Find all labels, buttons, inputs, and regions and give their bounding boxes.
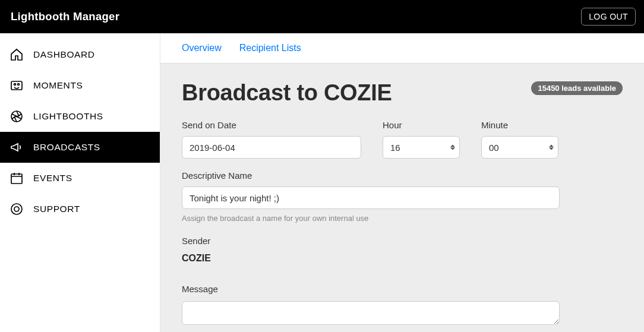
picture-icon xyxy=(10,78,24,93)
svg-point-2 xyxy=(18,84,20,86)
sidebar-item-label: DASHBOARD xyxy=(33,49,95,60)
date-label: Send on Date xyxy=(182,120,361,130)
sidebar-item-label: LIGHTBOOTHS xyxy=(33,111,103,122)
hour-input[interactable] xyxy=(383,136,460,159)
page-title: Broadcast to COZIE xyxy=(182,80,392,106)
minute-input[interactable] xyxy=(481,136,558,159)
lifebuoy-icon xyxy=(10,202,24,216)
hour-label: Hour xyxy=(383,120,460,130)
sidebar-item-lightbooths[interactable]: LIGHTBOOTHS xyxy=(0,101,160,132)
sidebar-item-dashboard[interactable]: DASHBOARD xyxy=(0,39,160,70)
svg-point-1 xyxy=(14,84,16,86)
home-icon xyxy=(10,48,24,62)
tab-recipient-lists[interactable]: Recipient Lists xyxy=(239,43,301,53)
descriptive-name-input[interactable] xyxy=(182,186,560,209)
leads-badge: 15450 leads available xyxy=(531,81,623,95)
sidebar-item-label: MOMENTS xyxy=(33,80,83,91)
sidebar-item-label: EVENTS xyxy=(33,173,72,184)
sidebar-item-support[interactable]: SUPPORT xyxy=(0,194,160,225)
svg-rect-4 xyxy=(11,174,22,184)
message-textarea[interactable] xyxy=(182,301,560,325)
megaphone-icon xyxy=(10,140,24,154)
sender-label: Sender xyxy=(182,236,623,246)
minute-label: Minute xyxy=(481,120,558,130)
calendar-icon xyxy=(10,171,24,185)
top-bar: Lightbooth Manager LOG OUT xyxy=(0,0,644,33)
main-pane: Overview Recipient Lists Broadcast to CO… xyxy=(160,33,644,332)
date-input[interactable] xyxy=(182,136,361,159)
sidebar-item-label: BROADCASTS xyxy=(33,142,100,153)
sender-value: COZIE xyxy=(182,253,623,264)
logout-button[interactable]: LOG OUT xyxy=(581,8,636,26)
tab-overview[interactable]: Overview xyxy=(182,43,222,53)
svg-point-6 xyxy=(14,207,19,211)
name-label: Descriptive Name xyxy=(182,170,560,181)
brand-title: Lightbooth Manager xyxy=(11,10,119,23)
sidebar: DASHBOARD MOMENTS LIGHTBOOTHS xyxy=(0,33,160,332)
sidebar-item-label: SUPPORT xyxy=(33,204,80,214)
sidebar-item-events[interactable]: EVENTS xyxy=(0,163,160,194)
svg-point-5 xyxy=(11,204,22,214)
name-help-text: Assign the broadcast a name for your own… xyxy=(182,214,560,223)
sidebar-item-broadcasts[interactable]: BROADCASTS xyxy=(0,132,160,163)
sidebar-item-moments[interactable]: MOMENTS xyxy=(0,70,160,101)
aperture-icon xyxy=(10,109,24,124)
message-label: Message xyxy=(182,284,623,294)
tabs-bar: Overview Recipient Lists xyxy=(160,33,644,64)
